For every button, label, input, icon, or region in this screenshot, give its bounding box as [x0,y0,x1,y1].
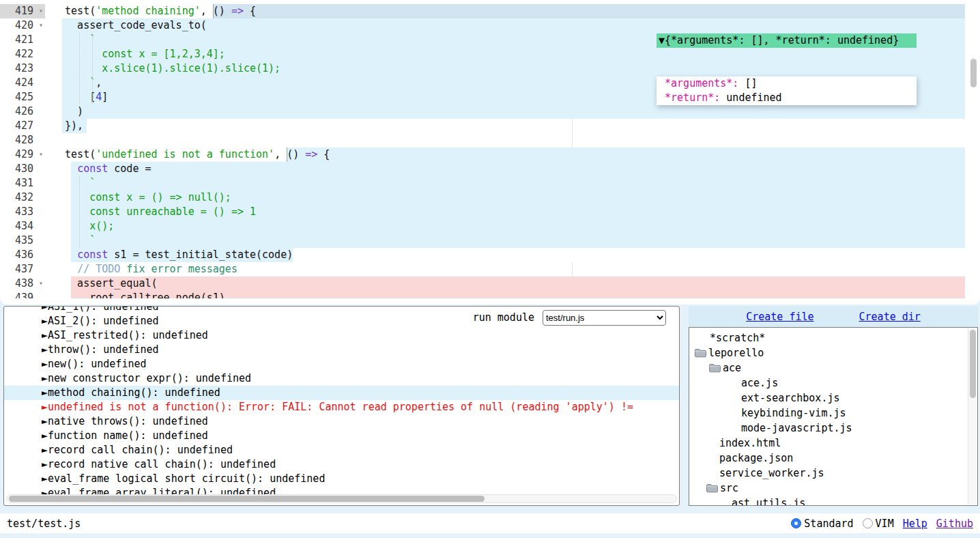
test-result-item[interactable]: ►eval_frame logical short circuit(): und… [4,472,679,486]
expand-triangle-icon[interactable]: ► [42,372,48,384]
editor-vertical-scrollbar-thumb[interactable] [970,59,977,87]
code-text: const unreachable = () => 1 [53,206,256,218]
create-dir-button[interactable]: Create dir [859,311,921,323]
tree-folder-leporello[interactable]: leporello [689,345,977,360]
tree-file-package.json[interactable]: package.json [689,451,977,466]
tree-file-index.html[interactable]: index.html [689,436,977,451]
code-line[interactable]: const s1 = test_initial_state(code) [45,248,965,262]
keybinding-mode-vim[interactable]: VIM [863,518,894,530]
keybinding-mode-standard[interactable]: Standard [791,518,853,530]
tooltip-entry[interactable]: *return*: undefined [659,91,917,105]
file-tree-scrollbar-thumb[interactable] [970,330,976,398]
test-result-item[interactable]: ►throw(): undefined [4,343,679,357]
github-link[interactable]: Github [936,518,973,530]
expand-triangle-icon[interactable]: ► [42,472,48,485]
fold-arrow-icon[interactable]: ▾ [39,276,43,290]
tree-folder-src[interactable]: src [689,481,977,496]
tooltip-header[interactable]: ▼{*arguments*: [], *return*: undefined} [657,33,917,48]
code-line[interactable]: ` [45,233,965,248]
fold-arrow-icon[interactable]: ▾ [39,18,43,32]
code-line[interactable]: const unreachable = () => 1 [45,205,965,219]
radio-standard[interactable] [791,518,801,528]
file-tree-scrollbar[interactable] [968,328,977,505]
tree-folder-ace[interactable]: ace [689,360,977,376]
expand-triangle-icon[interactable]: ► [42,458,48,470]
code-line[interactable]: test('undefined is not a function', () =… [45,147,965,162]
test-result-item[interactable]: ►record call chain(): undefined [4,443,679,457]
tree-item-label: index.html [719,437,781,449]
run-module-select[interactable]: test/run.js [543,310,666,326]
code-line[interactable]: ` [45,176,965,190]
indent-guide [79,33,80,104]
fold-arrow-icon[interactable]: ▾ [39,147,43,161]
tree-file-ast_utils.js[interactable]: ast_utils.js [689,496,977,506]
line-number: 436 [15,249,33,261]
test-result-item[interactable]: ►method chaining(): undefined [4,386,679,400]
create-file-button[interactable]: Create file [746,311,813,323]
test-result-text: new(): undefined [48,358,147,370]
code-line[interactable] [45,133,965,147]
console-horizontal-scrollbar-thumb[interactable] [9,496,485,502]
code-line[interactable]: assert_equal( [45,277,965,291]
tooltip-entry[interactable]: *arguments*: [] [659,76,917,91]
console-panel: ►ASI_1(): undefined►ASI_2(): undefined►A… [3,306,680,506]
file-tree-rows: *scratch*leporelloaceace.jsext-searchbox… [689,328,977,506]
expand-triangle-icon[interactable]: ► [42,444,48,456]
test-result-item[interactable]: ►record native call chain(): undefined [4,457,679,472]
evaluated-code-highlight [71,219,965,233]
test-result-text: eval_frame logical short circuit(): unde… [48,472,325,485]
code-line[interactable]: x(); [45,219,965,233]
console-horizontal-scrollbar[interactable] [6,494,677,503]
radio-label: VIM [876,518,894,530]
expand-triangle-icon[interactable]: ► [42,315,48,327]
radio-vim[interactable] [863,518,873,528]
tree-file-service_worker.js[interactable]: service_worker.js [689,466,977,481]
expand-triangle-icon[interactable]: ► [42,401,48,413]
expand-triangle-icon[interactable]: ► [42,415,48,427]
test-results-list: ►ASI_1(): undefined►ASI_2(): undefined►A… [4,307,679,500]
tree-file-ace.js[interactable]: ace.js [689,376,977,391]
expand-triangle-icon[interactable]: ► [42,386,48,399]
test-result-item[interactable]: ►new constructor expr(): undefined [4,371,679,386]
code-line[interactable]: root_calltree_node(s1) [45,291,965,298]
help-link[interactable]: Help [903,518,927,530]
tree-file-*scratch*[interactable]: *scratch* [689,330,977,345]
tooltip-key: *arguments*: [659,77,745,89]
tree-item-label: mode-javascript.js [741,422,852,434]
gutter-line-number: 422 [0,47,45,61]
test-result-text: method chaining(): undefined [48,386,220,399]
fold-arrow-icon[interactable]: ▾ [39,3,43,18]
line-number: 429 [15,148,33,160]
expand-triangle-icon[interactable]: ► [42,358,48,370]
test-result-text: record call chain(): undefined [48,444,233,456]
gutter-line-number: 435 [0,233,45,248]
expand-triangle-icon[interactable]: ► [42,429,48,442]
line-number: 424 [15,76,33,89]
code-editor[interactable]: 419▾420▾421422423424425426427428429▾4304… [0,0,980,305]
test-result-item[interactable]: ►ASI_restrited(): undefined [4,328,679,343]
folder-icon [706,483,718,493]
tree-file-mode-javascript.js[interactable]: mode-javascript.js [689,421,977,436]
code-text: test('method chaining', () => { [53,5,256,17]
code-line[interactable]: // TODO fix error messages [45,262,965,277]
code-text: // TODO fix error messages [53,263,237,275]
gutter-line-number: 437 [0,262,45,277]
code-line[interactable]: const x = () => null(); [45,190,965,205]
expand-triangle-icon[interactable]: ► [42,343,48,356]
test-result-text: ASI_1(): undefined [48,306,159,313]
tree-file-ext-searchbox.js[interactable]: ext-searchbox.js [689,391,977,406]
code-line[interactable]: const code = [45,162,965,176]
code-text: x.slice(1).slice(1).slice(1); [53,62,280,74]
evaluated-code-highlight [71,233,965,248]
value-inspector-tooltip: ▼{*arguments*: [], *return*: undefined} … [657,5,917,134]
expand-triangle-icon[interactable]: ► [42,329,48,341]
gutter-line-number: 428 [0,133,45,147]
line-number: 439 [15,292,33,298]
tree-file-keybinding-vim.js[interactable]: keybinding-vim.js [689,406,977,421]
expand-triangle-icon[interactable]: ► [42,306,48,313]
test-result-item[interactable]: ►native throws(): undefined [4,414,679,429]
test-result-item[interactable]: ►new(): undefined [4,357,679,371]
test-result-item[interactable]: ►undefined is not a function(): Error: F… [4,400,679,414]
line-number: 432 [15,191,33,203]
test-result-item[interactable]: ►function name(): undefined [4,429,679,443]
